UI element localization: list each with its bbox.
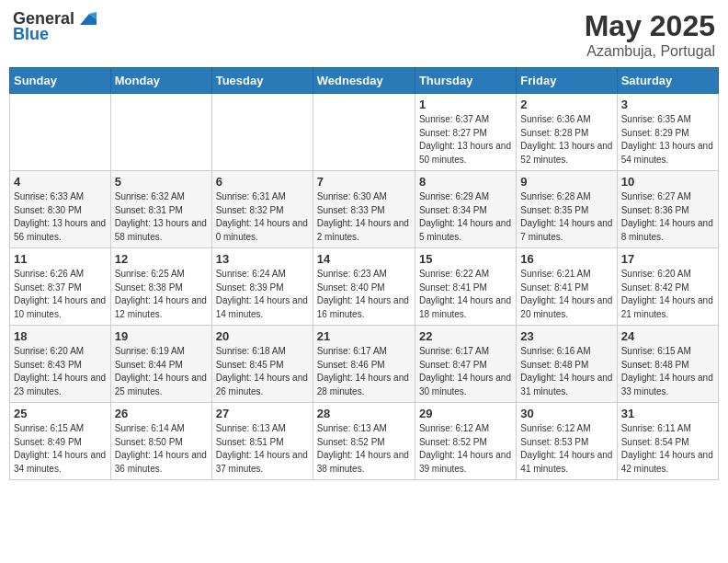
day-info: Sunrise: 6:31 AM Sunset: 8:32 PM Dayligh… [216,190,309,244]
calendar-cell: 20Sunrise: 6:18 AM Sunset: 8:45 PM Dayli… [211,326,313,403]
calendar-cell: 3Sunrise: 6:35 AM Sunset: 8:29 PM Daylig… [617,94,718,171]
day-number: 28 [317,407,411,420]
calendar-cell [110,94,211,171]
day-info: Sunrise: 6:13 AM Sunset: 8:52 PM Dayligh… [317,422,411,476]
day-info: Sunrise: 6:35 AM Sunset: 8:29 PM Dayligh… [621,113,714,167]
day-header-friday: Friday [517,68,617,94]
day-info: Sunrise: 6:33 AM Sunset: 8:30 PM Dayligh… [14,190,107,244]
page-header: General Blue May 2025 Azambuja, Portugal [9,9,719,60]
day-number: 31 [621,407,714,420]
calendar-cell: 27Sunrise: 6:13 AM Sunset: 8:51 PM Dayli… [211,403,313,480]
day-number: 13 [216,252,309,266]
calendar-week-row: 25Sunrise: 6:15 AM Sunset: 8:49 PM Dayli… [10,403,719,480]
logo-blue-text: Blue [13,25,49,44]
day-info: Sunrise: 6:25 AM Sunset: 8:38 PM Dayligh… [115,268,208,321]
day-number: 1 [419,98,512,111]
day-info: Sunrise: 6:26 AM Sunset: 8:37 PM Dayligh… [14,268,107,321]
calendar-cell: 15Sunrise: 6:22 AM Sunset: 8:41 PM Dayli… [415,248,516,326]
calendar-cell: 5Sunrise: 6:32 AM Sunset: 8:31 PM Daylig… [110,171,211,248]
day-number: 11 [14,252,107,266]
day-info: Sunrise: 6:18 AM Sunset: 8:45 PM Dayligh… [216,345,309,398]
day-info: Sunrise: 6:20 AM Sunset: 8:43 PM Dayligh… [14,345,107,398]
day-header-saturday: Saturday [617,68,718,94]
day-number: 27 [216,407,309,420]
day-number: 9 [520,175,612,189]
calendar-week-row: 4Sunrise: 6:33 AM Sunset: 8:30 PM Daylig… [10,171,719,248]
calendar-cell: 16Sunrise: 6:21 AM Sunset: 8:41 PM Dayli… [517,248,617,326]
day-info: Sunrise: 6:23 AM Sunset: 8:40 PM Dayligh… [317,268,411,321]
day-info: Sunrise: 6:36 AM Sunset: 8:28 PM Dayligh… [520,113,612,167]
title-block: May 2025 Azambuja, Portugal [585,9,715,60]
day-number: 10 [621,175,714,189]
calendar-cell: 29Sunrise: 6:12 AM Sunset: 8:52 PM Dayli… [415,403,516,480]
day-number: 6 [216,175,309,189]
day-number: 16 [520,252,612,266]
calendar-cell: 26Sunrise: 6:14 AM Sunset: 8:50 PM Dayli… [110,403,211,480]
calendar-cell [313,94,415,171]
logo-icon [76,12,97,27]
day-number: 4 [14,175,107,189]
day-info: Sunrise: 6:15 AM Sunset: 8:48 PM Dayligh… [621,345,714,398]
calendar-cell: 11Sunrise: 6:26 AM Sunset: 8:37 PM Dayli… [10,248,111,326]
day-info: Sunrise: 6:14 AM Sunset: 8:50 PM Dayligh… [115,422,208,476]
day-number: 5 [115,175,208,189]
day-info: Sunrise: 6:24 AM Sunset: 8:39 PM Dayligh… [216,268,309,321]
calendar-cell: 25Sunrise: 6:15 AM Sunset: 8:49 PM Dayli… [10,403,111,480]
calendar-table: SundayMondayTuesdayWednesdayThursdayFrid… [9,67,719,480]
logo: General Blue [13,9,97,44]
calendar-week-row: 18Sunrise: 6:20 AM Sunset: 8:43 PM Dayli… [10,326,719,403]
day-number: 14 [317,252,411,266]
day-info: Sunrise: 6:17 AM Sunset: 8:47 PM Dayligh… [419,345,512,398]
day-info: Sunrise: 6:30 AM Sunset: 8:33 PM Dayligh… [317,190,411,244]
day-header-thursday: Thursday [415,68,516,94]
day-number: 21 [317,329,411,343]
day-info: Sunrise: 6:21 AM Sunset: 8:41 PM Dayligh… [520,268,612,321]
month-year: May 2025 [585,9,715,43]
day-number: 30 [520,407,612,420]
day-number: 22 [419,329,512,343]
calendar-cell: 30Sunrise: 6:12 AM Sunset: 8:53 PM Dayli… [517,403,617,480]
day-info: Sunrise: 6:20 AM Sunset: 8:42 PM Dayligh… [621,268,714,321]
day-info: Sunrise: 6:13 AM Sunset: 8:51 PM Dayligh… [216,422,309,476]
calendar-cell: 9Sunrise: 6:28 AM Sunset: 8:35 PM Daylig… [517,171,617,248]
calendar-header-row: SundayMondayTuesdayWednesdayThursdayFrid… [10,68,719,94]
day-number: 19 [115,329,208,343]
calendar-cell: 8Sunrise: 6:29 AM Sunset: 8:34 PM Daylig… [415,171,516,248]
calendar-cell: 24Sunrise: 6:15 AM Sunset: 8:48 PM Dayli… [617,326,718,403]
calendar-cell: 17Sunrise: 6:20 AM Sunset: 8:42 PM Dayli… [617,248,718,326]
day-info: Sunrise: 6:17 AM Sunset: 8:46 PM Dayligh… [317,345,411,398]
day-number: 17 [621,252,714,266]
location: Azambuja, Portugal [585,43,715,60]
calendar-cell: 18Sunrise: 6:20 AM Sunset: 8:43 PM Dayli… [10,326,111,403]
day-info: Sunrise: 6:22 AM Sunset: 8:41 PM Dayligh… [419,268,512,321]
day-info: Sunrise: 6:37 AM Sunset: 8:27 PM Dayligh… [419,113,512,167]
day-number: 18 [14,329,107,343]
calendar-cell: 21Sunrise: 6:17 AM Sunset: 8:46 PM Dayli… [313,326,415,403]
day-number: 25 [14,407,107,420]
day-number: 26 [115,407,208,420]
calendar-cell: 7Sunrise: 6:30 AM Sunset: 8:33 PM Daylig… [313,171,415,248]
day-info: Sunrise: 6:15 AM Sunset: 8:49 PM Dayligh… [14,422,107,476]
calendar-cell [211,94,313,171]
calendar-cell: 13Sunrise: 6:24 AM Sunset: 8:39 PM Dayli… [211,248,313,326]
day-info: Sunrise: 6:29 AM Sunset: 8:34 PM Dayligh… [419,190,512,244]
calendar-cell: 22Sunrise: 6:17 AM Sunset: 8:47 PM Dayli… [415,326,516,403]
calendar-cell [10,94,111,171]
day-number: 20 [216,329,309,343]
day-number: 7 [317,175,411,189]
calendar-cell: 12Sunrise: 6:25 AM Sunset: 8:38 PM Dayli… [110,248,211,326]
day-header-tuesday: Tuesday [211,68,313,94]
day-info: Sunrise: 6:16 AM Sunset: 8:48 PM Dayligh… [520,345,612,398]
day-number: 3 [621,98,714,111]
day-info: Sunrise: 6:28 AM Sunset: 8:35 PM Dayligh… [520,190,612,244]
day-info: Sunrise: 6:11 AM Sunset: 8:54 PM Dayligh… [621,422,714,476]
day-number: 2 [520,98,612,111]
day-number: 24 [621,329,714,343]
calendar-week-row: 11Sunrise: 6:26 AM Sunset: 8:37 PM Dayli… [10,248,719,326]
calendar-cell: 1Sunrise: 6:37 AM Sunset: 8:27 PM Daylig… [415,94,516,171]
day-number: 8 [419,175,512,189]
calendar-cell: 4Sunrise: 6:33 AM Sunset: 8:30 PM Daylig… [10,171,111,248]
calendar-cell: 19Sunrise: 6:19 AM Sunset: 8:44 PM Dayli… [110,326,211,403]
calendar-cell: 2Sunrise: 6:36 AM Sunset: 8:28 PM Daylig… [517,94,617,171]
day-number: 23 [520,329,612,343]
